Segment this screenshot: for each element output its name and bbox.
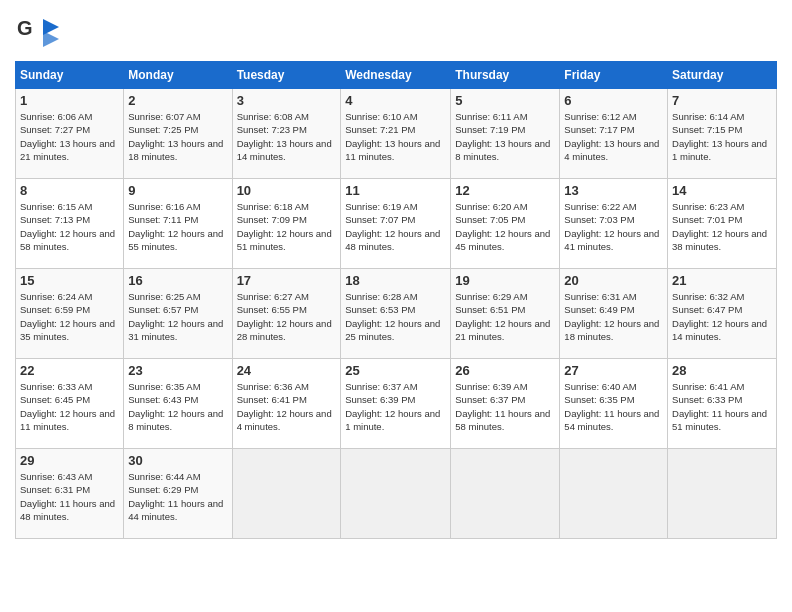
day-number: 27 xyxy=(564,363,663,378)
day-info: Sunrise: 6:32 AMSunset: 6:47 PMDaylight:… xyxy=(672,291,767,342)
header: G xyxy=(15,15,777,51)
calendar-cell: 10Sunrise: 6:18 AMSunset: 7:09 PMDayligh… xyxy=(232,179,341,269)
day-number: 3 xyxy=(237,93,337,108)
day-info: Sunrise: 6:08 AMSunset: 7:23 PMDaylight:… xyxy=(237,111,332,162)
day-info: Sunrise: 6:35 AMSunset: 6:43 PMDaylight:… xyxy=(128,381,223,432)
svg-text:G: G xyxy=(17,17,33,39)
day-number: 12 xyxy=(455,183,555,198)
calendar-cell: 16Sunrise: 6:25 AMSunset: 6:57 PMDayligh… xyxy=(124,269,232,359)
day-number: 4 xyxy=(345,93,446,108)
calendar-cell xyxy=(232,449,341,539)
day-info: Sunrise: 6:43 AMSunset: 6:31 PMDaylight:… xyxy=(20,471,115,522)
calendar-cell: 8Sunrise: 6:15 AMSunset: 7:13 PMDaylight… xyxy=(16,179,124,269)
day-number: 30 xyxy=(128,453,227,468)
calendar-cell: 18Sunrise: 6:28 AMSunset: 6:53 PMDayligh… xyxy=(341,269,451,359)
calendar-cell: 28Sunrise: 6:41 AMSunset: 6:33 PMDayligh… xyxy=(668,359,777,449)
calendar-cell: 26Sunrise: 6:39 AMSunset: 6:37 PMDayligh… xyxy=(451,359,560,449)
day-info: Sunrise: 6:27 AMSunset: 6:55 PMDaylight:… xyxy=(237,291,332,342)
day-info: Sunrise: 6:06 AMSunset: 7:27 PMDaylight:… xyxy=(20,111,115,162)
day-number: 19 xyxy=(455,273,555,288)
day-number: 14 xyxy=(672,183,772,198)
week-row-2: 8Sunrise: 6:15 AMSunset: 7:13 PMDaylight… xyxy=(16,179,777,269)
logo-icon: G xyxy=(15,15,59,51)
day-info: Sunrise: 6:20 AMSunset: 7:05 PMDaylight:… xyxy=(455,201,550,252)
day-info: Sunrise: 6:40 AMSunset: 6:35 PMDaylight:… xyxy=(564,381,659,432)
calendar-cell: 14Sunrise: 6:23 AMSunset: 7:01 PMDayligh… xyxy=(668,179,777,269)
day-number: 16 xyxy=(128,273,227,288)
day-number: 5 xyxy=(455,93,555,108)
day-number: 22 xyxy=(20,363,119,378)
weekday-monday: Monday xyxy=(124,62,232,89)
week-row-3: 15Sunrise: 6:24 AMSunset: 6:59 PMDayligh… xyxy=(16,269,777,359)
day-number: 9 xyxy=(128,183,227,198)
day-info: Sunrise: 6:14 AMSunset: 7:15 PMDaylight:… xyxy=(672,111,767,162)
day-info: Sunrise: 6:37 AMSunset: 6:39 PMDaylight:… xyxy=(345,381,440,432)
day-info: Sunrise: 6:33 AMSunset: 6:45 PMDaylight:… xyxy=(20,381,115,432)
week-row-4: 22Sunrise: 6:33 AMSunset: 6:45 PMDayligh… xyxy=(16,359,777,449)
week-row-1: 1Sunrise: 6:06 AMSunset: 7:27 PMDaylight… xyxy=(16,89,777,179)
calendar-cell: 12Sunrise: 6:20 AMSunset: 7:05 PMDayligh… xyxy=(451,179,560,269)
day-number: 11 xyxy=(345,183,446,198)
calendar-cell: 13Sunrise: 6:22 AMSunset: 7:03 PMDayligh… xyxy=(560,179,668,269)
day-number: 25 xyxy=(345,363,446,378)
day-info: Sunrise: 6:28 AMSunset: 6:53 PMDaylight:… xyxy=(345,291,440,342)
day-number: 29 xyxy=(20,453,119,468)
calendar-cell: 25Sunrise: 6:37 AMSunset: 6:39 PMDayligh… xyxy=(341,359,451,449)
calendar-cell: 19Sunrise: 6:29 AMSunset: 6:51 PMDayligh… xyxy=(451,269,560,359)
calendar-table: SundayMondayTuesdayWednesdayThursdayFrid… xyxy=(15,61,777,539)
calendar-cell: 24Sunrise: 6:36 AMSunset: 6:41 PMDayligh… xyxy=(232,359,341,449)
calendar-cell: 9Sunrise: 6:16 AMSunset: 7:11 PMDaylight… xyxy=(124,179,232,269)
day-info: Sunrise: 6:44 AMSunset: 6:29 PMDaylight:… xyxy=(128,471,223,522)
day-number: 28 xyxy=(672,363,772,378)
day-info: Sunrise: 6:19 AMSunset: 7:07 PMDaylight:… xyxy=(345,201,440,252)
calendar-cell: 21Sunrise: 6:32 AMSunset: 6:47 PMDayligh… xyxy=(668,269,777,359)
day-info: Sunrise: 6:29 AMSunset: 6:51 PMDaylight:… xyxy=(455,291,550,342)
day-info: Sunrise: 6:10 AMSunset: 7:21 PMDaylight:… xyxy=(345,111,440,162)
weekday-friday: Friday xyxy=(560,62,668,89)
weekday-thursday: Thursday xyxy=(451,62,560,89)
day-number: 6 xyxy=(564,93,663,108)
calendar-cell: 17Sunrise: 6:27 AMSunset: 6:55 PMDayligh… xyxy=(232,269,341,359)
day-info: Sunrise: 6:39 AMSunset: 6:37 PMDaylight:… xyxy=(455,381,550,432)
day-info: Sunrise: 6:12 AMSunset: 7:17 PMDaylight:… xyxy=(564,111,659,162)
calendar-cell: 5Sunrise: 6:11 AMSunset: 7:19 PMDaylight… xyxy=(451,89,560,179)
day-info: Sunrise: 6:36 AMSunset: 6:41 PMDaylight:… xyxy=(237,381,332,432)
day-number: 13 xyxy=(564,183,663,198)
day-number: 7 xyxy=(672,93,772,108)
calendar-cell: 15Sunrise: 6:24 AMSunset: 6:59 PMDayligh… xyxy=(16,269,124,359)
week-row-5: 29Sunrise: 6:43 AMSunset: 6:31 PMDayligh… xyxy=(16,449,777,539)
day-info: Sunrise: 6:24 AMSunset: 6:59 PMDaylight:… xyxy=(20,291,115,342)
calendar-cell: 6Sunrise: 6:12 AMSunset: 7:17 PMDaylight… xyxy=(560,89,668,179)
weekday-wednesday: Wednesday xyxy=(341,62,451,89)
day-info: Sunrise: 6:23 AMSunset: 7:01 PMDaylight:… xyxy=(672,201,767,252)
day-info: Sunrise: 6:07 AMSunset: 7:25 PMDaylight:… xyxy=(128,111,223,162)
day-number: 21 xyxy=(672,273,772,288)
day-number: 24 xyxy=(237,363,337,378)
day-number: 23 xyxy=(128,363,227,378)
weekday-header-row: SundayMondayTuesdayWednesdayThursdayFrid… xyxy=(16,62,777,89)
calendar-cell: 2Sunrise: 6:07 AMSunset: 7:25 PMDaylight… xyxy=(124,89,232,179)
day-info: Sunrise: 6:22 AMSunset: 7:03 PMDaylight:… xyxy=(564,201,659,252)
calendar-cell xyxy=(668,449,777,539)
day-number: 8 xyxy=(20,183,119,198)
weekday-sunday: Sunday xyxy=(16,62,124,89)
day-number: 1 xyxy=(20,93,119,108)
day-info: Sunrise: 6:31 AMSunset: 6:49 PMDaylight:… xyxy=(564,291,659,342)
day-number: 17 xyxy=(237,273,337,288)
page: G SundayMondayTuesdayWednesdayThursdayFr… xyxy=(0,0,792,612)
calendar-cell: 23Sunrise: 6:35 AMSunset: 6:43 PMDayligh… xyxy=(124,359,232,449)
day-number: 26 xyxy=(455,363,555,378)
day-info: Sunrise: 6:41 AMSunset: 6:33 PMDaylight:… xyxy=(672,381,767,432)
day-number: 18 xyxy=(345,273,446,288)
calendar-cell: 3Sunrise: 6:08 AMSunset: 7:23 PMDaylight… xyxy=(232,89,341,179)
calendar-cell: 30Sunrise: 6:44 AMSunset: 6:29 PMDayligh… xyxy=(124,449,232,539)
day-number: 20 xyxy=(564,273,663,288)
calendar-cell xyxy=(341,449,451,539)
svg-marker-2 xyxy=(43,31,59,47)
calendar-cell: 22Sunrise: 6:33 AMSunset: 6:45 PMDayligh… xyxy=(16,359,124,449)
calendar-cell: 7Sunrise: 6:14 AMSunset: 7:15 PMDaylight… xyxy=(668,89,777,179)
logo: G xyxy=(15,15,63,51)
day-info: Sunrise: 6:15 AMSunset: 7:13 PMDaylight:… xyxy=(20,201,115,252)
calendar-cell: 11Sunrise: 6:19 AMSunset: 7:07 PMDayligh… xyxy=(341,179,451,269)
calendar-cell xyxy=(560,449,668,539)
